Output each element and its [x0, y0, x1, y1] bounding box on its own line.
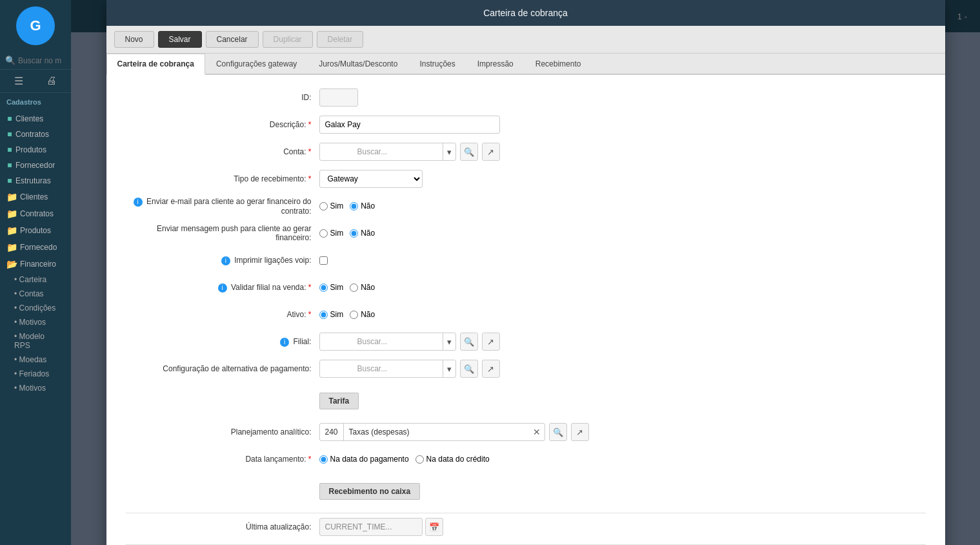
novo-button[interactable]: Novo — [114, 31, 154, 48]
push-control: Sim Não — [319, 229, 926, 238]
tab-bar: Carteira de cobrança Configurações gatew… — [106, 54, 945, 75]
validar-filial-sim-label[interactable]: Sim — [319, 283, 344, 292]
sidebar-group-fornecedo[interactable]: 📁Fornecedo — [0, 239, 71, 256]
sidebar-item-carteira[interactable]: • Carteira — [0, 272, 71, 287]
conta-id-input[interactable] — [320, 145, 352, 159]
sidebar-item-condicoes[interactable]: • Condições — [0, 301, 71, 315]
ultima-atualizacao-date-group: 📅 — [319, 518, 443, 536]
sidebar-item-estruturas-dot[interactable]: Estruturas — [0, 173, 71, 189]
salvar-button[interactable]: Salvar — [158, 31, 202, 48]
planejamento-open-btn[interactable]: ↗ — [571, 423, 589, 441]
form-row-config-pagamento: Configuração de alternativa de pagamento… — [126, 359, 926, 378]
ativo-sim-radio[interactable] — [319, 311, 328, 319]
ativo-radio-group: Sim Não — [319, 310, 375, 319]
data-lancamento-pagamento-label[interactable]: Na data do pagamento — [319, 455, 409, 464]
sidebar-item-contratos-dot[interactable]: Contratos — [0, 127, 71, 142]
voip-checkbox[interactable] — [319, 256, 328, 265]
filial-chevron-btn[interactable]: ▾ — [443, 333, 455, 350]
planejamento-control: 240 Taxas (despesas) ✕ 🔍 ↗ — [319, 423, 926, 441]
validar-filial-info-icon: i — [218, 283, 227, 293]
voip-control — [319, 256, 926, 265]
main-content: 1 - Carteira de cobrança Novo Salvar Can… — [71, 0, 980, 545]
conta-search-group: Buscar... ▾ — [319, 143, 456, 161]
data-lancamento-credito-radio[interactable] — [415, 455, 424, 464]
id-input[interactable] — [319, 88, 358, 107]
modal-overlay: Carteira de cobrança Novo Salvar Cancela… — [71, 0, 980, 545]
conta-search-text: Buscar... — [352, 145, 443, 159]
data-lancamento-radio-group: Na data do pagamento Na data do crédito — [319, 455, 490, 464]
push-nao-label[interactable]: Não — [350, 229, 375, 238]
push-sim-radio[interactable] — [319, 229, 328, 238]
sidebar-item-produtos-dot[interactable]: Produtos — [0, 142, 71, 158]
config-pagamento-chevron-btn[interactable]: ▾ — [443, 360, 455, 377]
conta-chevron-btn[interactable]: ▾ — [443, 143, 455, 160]
form-row-tipo-recebimento: Tipo de recebimento: * Gateway Boleto Ca… — [126, 169, 926, 189]
validar-filial-nao-label[interactable]: Não — [350, 283, 375, 292]
push-sim-label[interactable]: Sim — [319, 229, 344, 238]
push-nao-radio[interactable] — [350, 229, 358, 238]
config-pagamento-open-btn[interactable]: ↗ — [482, 360, 500, 378]
sidebar-group-produtos[interactable]: 📁Produtos — [0, 222, 71, 239]
duplicar-button[interactable]: Duplicar — [263, 31, 313, 48]
sidebar-group-financeiro[interactable]: 📂Financeiro — [0, 256, 71, 272]
tab-recebimento[interactable]: Recebimento — [525, 54, 592, 75]
tarifa-section-header[interactable]: Tarifa — [319, 393, 359, 409]
sidebar-item-fornecedor-dot[interactable]: Fornecedor — [0, 158, 71, 173]
sidebar-item-moedas[interactable]: • Moedas — [0, 353, 71, 367]
list-icon[interactable]: ☰ — [14, 75, 23, 87]
ativo-sim-label[interactable]: Sim — [319, 310, 344, 319]
email-nao-label[interactable]: Não — [350, 201, 375, 211]
filial-info-icon: i — [280, 338, 289, 347]
sidebar-item-contas[interactable]: • Contas — [0, 287, 71, 301]
voip-checkbox-label[interactable] — [319, 256, 328, 265]
sidebar-group-clientes[interactable]: 📁Clientes — [0, 189, 71, 205]
conta-search-btn[interactable]: 🔍 — [460, 143, 478, 161]
deletar-button[interactable]: Deletar — [317, 31, 364, 48]
tarifa-header-control: Tarifa — [319, 386, 926, 415]
ultima-atualizacao-input[interactable] — [319, 518, 423, 536]
sidebar-item-motivos2[interactable]: • Motivos — [0, 381, 71, 395]
conta-open-btn[interactable]: ↗ — [482, 143, 500, 161]
tab-carteira-cobranca[interactable]: Carteira de cobrança — [106, 54, 205, 75]
planejamento-search-btn[interactable]: 🔍 — [549, 423, 567, 441]
recebimento-caixa-header[interactable]: Recebimento no caixa — [319, 483, 421, 500]
cancelar-button[interactable]: Cancelar — [206, 31, 259, 48]
email-nao-radio[interactable] — [350, 202, 358, 211]
filial-id-input[interactable] — [320, 334, 352, 349]
sidebar-search-input[interactable] — [18, 56, 66, 65]
validar-filial-label: i Validar filial na venda: * — [126, 283, 319, 293]
filial-search-text: Buscar... — [352, 334, 443, 349]
ativo-nao-radio[interactable] — [350, 311, 358, 319]
tab-juros-multas[interactable]: Juros/Multas/Desconto — [308, 54, 408, 75]
email-sim-radio[interactable] — [319, 202, 328, 211]
tab-impressao[interactable]: Impressão — [466, 54, 525, 75]
validar-filial-nao-radio[interactable] — [350, 283, 358, 292]
sidebar-item-clientes-dot[interactable]: Clientes — [0, 111, 71, 127]
config-pagamento-id-input[interactable] — [320, 362, 352, 376]
validar-filial-sim-radio[interactable] — [319, 283, 328, 292]
filial-open-btn[interactable]: ↗ — [482, 333, 500, 351]
form-row-recebimento-header: Recebimento no caixa — [126, 477, 926, 505]
filial-search-btn[interactable]: 🔍 — [460, 333, 478, 351]
print-icon[interactable]: 🖨 — [46, 75, 57, 87]
config-pagamento-control: Buscar... ▾ 🔍 ↗ — [319, 360, 926, 378]
sidebar-search-bar[interactable]: 🔍 — [0, 52, 71, 70]
form-row-conta: Conta: * Buscar... ▾ 🔍 ↗ — [126, 142, 926, 161]
form-row-descricao: Descrição: * — [126, 115, 926, 134]
descricao-input[interactable] — [319, 116, 500, 134]
planejamento-clear-btn[interactable]: ✕ — [529, 427, 545, 437]
tipo-recebimento-select[interactable]: Gateway Boleto Cartão PIX — [319, 170, 423, 188]
ultima-atualizacao-calendar-btn[interactable]: 📅 — [425, 518, 443, 536]
sidebar-item-motivos[interactable]: • Motivos — [0, 315, 71, 329]
ativo-nao-label[interactable]: Não — [350, 310, 375, 319]
sidebar-group-contratos[interactable]: 📁Contratos — [0, 205, 71, 222]
data-lancamento-pagamento-radio[interactable] — [319, 455, 328, 464]
recebimento-header-control: Recebimento no caixa — [319, 477, 926, 505]
sidebar-item-modelo-rps[interactable]: • Modelo RPS — [0, 329, 71, 353]
tab-instrucoes[interactable]: Instruções — [408, 54, 466, 75]
email-sim-label[interactable]: Sim — [319, 201, 344, 211]
data-lancamento-credito-label[interactable]: Na data do crédito — [415, 455, 490, 464]
tab-configuracoes-gateway[interactable]: Configurações gateway — [205, 54, 308, 75]
sidebar-item-feriados[interactable]: • Feriados — [0, 367, 71, 381]
config-pagamento-search-btn[interactable]: 🔍 — [460, 360, 478, 378]
